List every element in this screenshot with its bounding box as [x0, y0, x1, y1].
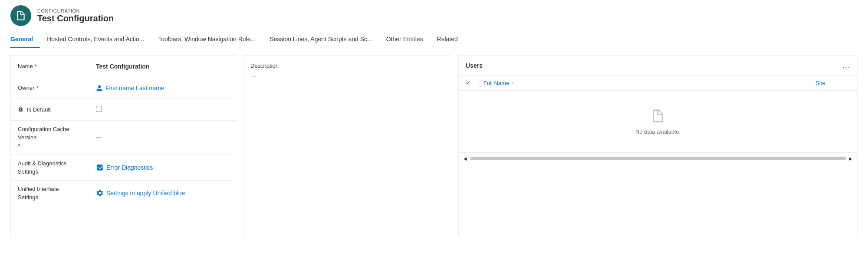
- users-scrollbar: ◀ ▶: [459, 152, 857, 164]
- app-header: CONFIGURATION Test Configuration: [0, 0, 868, 31]
- tab-hosted-controls[interactable]: Hosted Controls, Events and Actio...: [47, 31, 151, 48]
- diagnostics-icon: [96, 164, 104, 171]
- check-col: ✓: [466, 79, 476, 86]
- config-cache-value: ---: [96, 134, 229, 141]
- no-data-text: No data available.: [635, 128, 681, 135]
- sort-icon: ↑: [511, 80, 513, 85]
- users-table-header: ✓ Full Name ↑ Site: [459, 76, 857, 91]
- header-label: CONFIGURATION: [37, 8, 114, 13]
- left-form-panel: Name * Test Configuration Owner * First …: [10, 55, 236, 237]
- col-divider-1: [480, 79, 480, 87]
- unified-value[interactable]: Settings to apply Unified blue: [96, 189, 229, 197]
- tab-other-entities[interactable]: Other Entities: [386, 31, 430, 48]
- name-value[interactable]: Test Configuration: [96, 63, 229, 70]
- full-name-col-header[interactable]: Full Name ↑: [483, 80, 808, 86]
- audit-value[interactable]: Error Diagnostics: [96, 164, 229, 171]
- description-divider: [250, 86, 444, 86]
- users-header: Users ...: [459, 56, 857, 76]
- name-row: Name * Test Configuration: [11, 56, 236, 77]
- checkmark-icon: ✓: [466, 79, 471, 86]
- owner-label: Owner *: [18, 85, 96, 92]
- users-more-button[interactable]: ...: [842, 61, 850, 70]
- owner-value[interactable]: First name Last name: [96, 85, 229, 92]
- description-label: Description: [250, 62, 444, 69]
- is-default-input[interactable]: [96, 106, 102, 112]
- audit-label: Audit & Diagnostics Settings: [18, 160, 96, 175]
- no-data-container: No data available.: [459, 91, 857, 152]
- is-default-label: Is Default: [18, 106, 96, 113]
- header-text: CONFIGURATION Test Configuration: [37, 8, 114, 23]
- tab-toolbars[interactable]: Toolbars, Window Navigation Rule...: [158, 31, 263, 48]
- header-title: Test Configuration: [37, 13, 114, 23]
- site-col-header[interactable]: Site: [815, 80, 850, 86]
- tab-related[interactable]: Related: [437, 31, 465, 48]
- description-value: ---: [250, 72, 444, 79]
- tab-general[interactable]: General: [10, 31, 40, 48]
- settings-icon: [96, 189, 104, 197]
- person-icon: [96, 85, 103, 92]
- no-data-icon: [650, 108, 666, 125]
- unified-row: Unified Interface Settings Settings to a…: [11, 181, 236, 206]
- configuration-icon: [15, 10, 26, 21]
- owner-row: Owner * First name Last name: [11, 77, 236, 99]
- is-default-row: Is Default: [11, 99, 236, 121]
- lock-icon: [18, 106, 23, 113]
- name-label: Name *: [18, 63, 96, 70]
- scroll-right-button[interactable]: ▶: [848, 155, 854, 161]
- config-cache-label: Configuration Cache Version *: [18, 126, 96, 149]
- audit-row: Audit & Diagnostics Settings Error Diagn…: [11, 155, 236, 181]
- users-title: Users: [466, 62, 483, 69]
- config-cache-row: Configuration Cache Version * ---: [11, 121, 236, 155]
- scroll-track[interactable]: [470, 157, 846, 160]
- scroll-left-button[interactable]: ◀: [462, 155, 468, 161]
- app-icon: [10, 5, 31, 26]
- tab-session-lines[interactable]: Session Lines, Agent Scripts and Sc...: [270, 31, 379, 48]
- users-panel: Users ... ✓ Full Name ↑ Site No data ava…: [458, 55, 858, 237]
- col-divider-2: [812, 79, 812, 87]
- description-panel: Description ---: [243, 55, 451, 237]
- main-content: Name * Test Configuration Owner * First …: [0, 48, 868, 244]
- tabs-bar: General Hosted Controls, Events and Acti…: [0, 31, 868, 48]
- is-default-checkbox[interactable]: [96, 106, 229, 113]
- unified-label: Unified Interface Settings: [18, 186, 96, 201]
